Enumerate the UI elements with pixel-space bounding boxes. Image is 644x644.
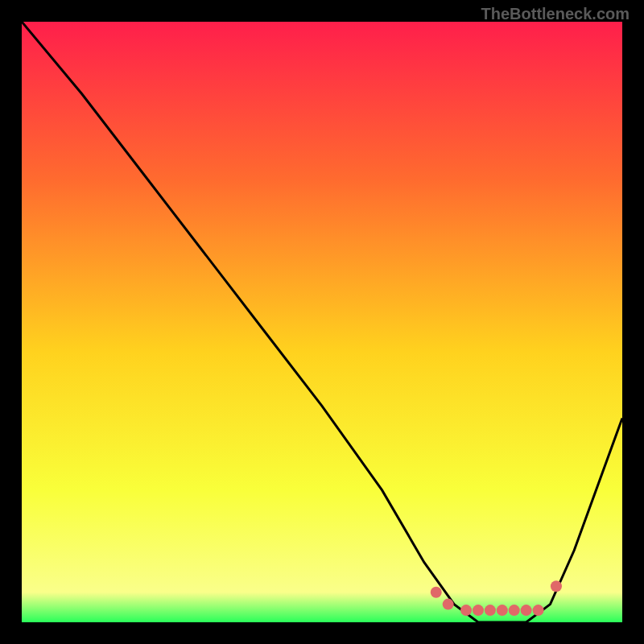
- chart-plot-area: [22, 22, 622, 622]
- optimal-marker: [533, 605, 544, 616]
- optimal-marker: [485, 605, 496, 616]
- optimal-marker: [443, 599, 454, 610]
- optimal-marker: [509, 605, 520, 616]
- optimal-marker: [460, 605, 472, 616]
- chart-svg: [22, 22, 622, 622]
- optimal-marker: [521, 605, 532, 616]
- optimal-marker: [551, 580, 562, 592]
- optimal-marker: [497, 605, 508, 616]
- bottleneck-curve: [22, 22, 622, 622]
- watermark-text: TheBottleneck.com: [481, 5, 630, 23]
- optimal-marker: [431, 587, 442, 598]
- optimal-marker: [473, 605, 484, 616]
